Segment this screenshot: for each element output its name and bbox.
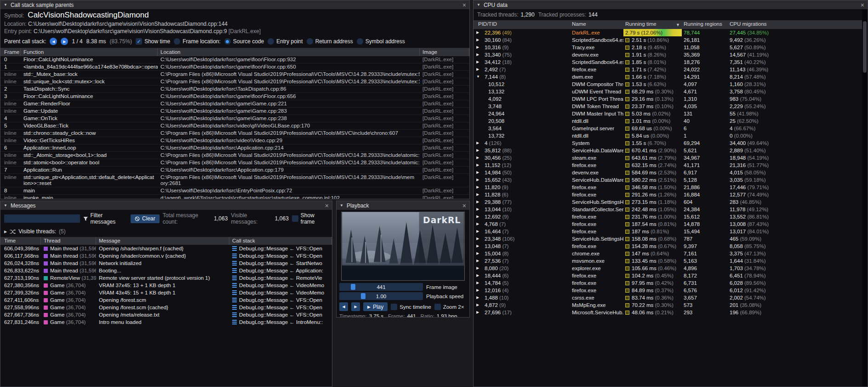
show-frame-checkbox[interactable]: Show frame xyxy=(292,212,328,225)
collapse-icon[interactable]: ▼ xyxy=(477,3,480,7)
expand-icon[interactable]: ▶ xyxy=(476,147,483,154)
callstack-frame-row[interactable]: inline std::unique_ptr<Application,std::… xyxy=(0,174,469,187)
cpu-process-row[interactable]: 4,092 DWM LPC Port Thread 29.16 ms (0.13… xyxy=(474,95,862,103)
next-parent-button[interactable]: ▶ xyxy=(61,38,68,45)
close-icon[interactable]: × xyxy=(861,2,864,8)
messages-titlebar[interactable]: ▼ Messages × xyxy=(0,201,332,210)
expand-icon[interactable]: ▶ xyxy=(476,44,483,51)
message-row[interactable]: 627,831,246ns Game (36,704) Intro menu l… xyxy=(0,318,332,326)
expand-icon[interactable]: ▶ xyxy=(476,191,483,198)
callstack-frame-row[interactable]: inline Video::GetTicksHiRes C:\Users\wol… xyxy=(0,137,469,144)
step-forward-button[interactable]: ▶ xyxy=(351,302,360,311)
callstack-frame-row[interactable]: 5 VideoGLBase::Tick C:\Users\wolf\Deskto… xyxy=(0,122,469,130)
expand-icon[interactable]: ▶ xyxy=(476,220,483,228)
collapse-icon[interactable]: ▼ xyxy=(340,203,343,208)
message-callstack[interactable]: DebugLog::Message ← VFS::Open xyxy=(229,252,332,260)
cpu-process-row[interactable]: 10,512 DWM Compositor Thread 1.53 s (6.6… xyxy=(474,81,862,88)
cpu-process-row[interactable]: ▶ 18,444 (6) firefox.exe 104.2 ms (0.45%… xyxy=(474,272,862,279)
cpu-process-row[interactable]: ▶ 34,412 (18) ScriptedSandbox64.exe 1.85… xyxy=(474,58,862,66)
expand-icon[interactable]: ▶ xyxy=(476,309,483,316)
cpu-titlebar[interactable]: ▼ CPU data × xyxy=(474,0,868,9)
close-icon[interactable]: × xyxy=(463,202,466,209)
message-row[interactable]: 627,380,356ns Game (36,704) VRAM 37x45: … xyxy=(0,282,332,289)
expand-icon[interactable]: ▶ xyxy=(476,213,483,220)
expand-icon[interactable]: ▶ xyxy=(476,154,483,162)
cpu-process-row[interactable]: ▶ 11,152 (12) firefox.exe 632.15 ms (2.7… xyxy=(474,162,862,169)
message-callstack[interactable]: DebugLog::Message ← VideoMemo xyxy=(229,289,332,296)
expand-icon[interactable]: ▶ xyxy=(476,301,483,309)
cpu-process-row[interactable]: ▶ 27,696 (17) Microsoft.ServiceHub.Co 48… xyxy=(474,309,862,316)
expand-icon[interactable]: ▶ xyxy=(476,58,483,66)
scrollbar-thumb[interactable] xyxy=(863,21,867,73)
expand-icon[interactable]: ▶ xyxy=(476,29,483,36)
message-row[interactable]: 627,411,606ns Game (36,704) Opening /for… xyxy=(0,296,332,304)
cpu-process-row[interactable]: ▶ 8,080 (20) explorer.exe 105.66 ms (0.4… xyxy=(474,265,862,272)
column-header-running-time[interactable]: ▼ Running time xyxy=(623,20,682,29)
column-header-cpu-migrations[interactable]: CPU migrations xyxy=(728,20,862,29)
column-header-pid-tid[interactable]: PID/TID xyxy=(476,20,570,29)
callstack-frame-row[interactable]: inline std::_Mutex_base::lock C:\Program… xyxy=(0,71,469,78)
callstack-frame-row[interactable]: 2 TaskDispatch::Sync C:\Users\wolf\Deskt… xyxy=(0,86,469,93)
message-callstack[interactable]: DebugLog::Message ← VFS::Open xyxy=(229,296,332,304)
cpu-process-row[interactable]: ▶ 29,388 (77) ServiceHub.SettingsHost 27… xyxy=(474,198,862,206)
cpu-process-row[interactable]: 24,964 DWM Master Input Threa 5.03 ms (0… xyxy=(474,110,862,117)
visible-threads-toggle[interactable]: ▶ Visible threads: (5) xyxy=(0,227,332,237)
expand-icon[interactable]: ▶ xyxy=(476,257,483,265)
cpu-process-row[interactable]: ▼ 7,144 (8) dwm.exe 1.66 s (7.18%) 14,29… xyxy=(474,73,862,81)
cpu-process-row[interactable]: ▶ 4,872 (9) MsMpEng.exe 70.22 ms (0.30%)… xyxy=(474,301,862,309)
cpu-process-row[interactable]: ▶ 2,492 (7) firefox.exe 1.71 s (7.42%) 2… xyxy=(474,66,862,73)
cpu-process-row[interactable]: 13,132 uDWM Event Thread 68.29 ms (0.30%… xyxy=(474,88,862,95)
callstack-frame-row[interactable]: 7 Application::Run C:\Users\wolf\Desktop… xyxy=(0,167,469,174)
cpu-process-row[interactable]: ▶ 10,316 (9) Tracy.exe 2.18 s (9.45%) 11… xyxy=(474,44,862,51)
callstack-frame-row[interactable]: inline std::atomic<bool>::operator bool … xyxy=(0,159,469,167)
cpu-process-row[interactable]: 3,564 GameInput server 69.68 us (0.00%) … xyxy=(474,125,862,132)
expand-icon[interactable]: ▶ xyxy=(476,51,483,58)
callstack-frame-row[interactable]: 6 Application::InnerLoop C:\Users\wolf\D… xyxy=(0,144,469,152)
cpu-process-row[interactable]: 3,748 DWM Token Thread 23.37 ms (0.10%) … xyxy=(474,103,862,110)
zoom-2x-checkbox[interactable]: Zoom 2× xyxy=(434,304,464,310)
callstack-frame-row[interactable]: inline std::chrono::steady_clock::now C:… xyxy=(0,130,469,137)
callstack-frame-row[interactable]: 8 main C:\Users\wolf\Desktop\darkrl\src\… xyxy=(0,187,469,195)
message-callstack[interactable]: DebugLog::Message ← VideoMemo xyxy=(229,282,332,289)
callstack-titlebar[interactable]: ▼ Call stack sample parents × xyxy=(0,0,469,9)
expand-icon[interactable]: ▶ xyxy=(476,287,483,294)
message-callstack[interactable]: DebugLog::Message ← Application: xyxy=(229,267,332,274)
expand-icon[interactable]: ▶ xyxy=(476,198,483,206)
collapse-icon[interactable]: ▼ xyxy=(4,203,7,208)
callstack-frame-row[interactable]: 1 <lambda_84a19dc444fae966ca174e83e708bd… xyxy=(0,64,469,71)
cpu-process-row[interactable]: ▶ 30,160 (84) ScriptedSandbox64.exe 2.51… xyxy=(474,36,862,44)
message-callstack[interactable]: DebugLog::Message ← RemoteVie xyxy=(229,274,332,282)
frame-location-radio[interactable]: Source code xyxy=(224,38,264,45)
close-icon[interactable]: × xyxy=(463,2,466,8)
message-row[interactable]: 606,049,398ns Main thread (31,596) Openi… xyxy=(0,245,332,252)
prev-parent-button[interactable]: ◀ xyxy=(50,38,57,45)
message-callstack[interactable]: DebugLog::Message ← StartNetwo xyxy=(229,260,332,267)
expand-icon[interactable]: ▶ xyxy=(476,36,483,44)
sync-timeline-checkbox[interactable]: Sync timeline xyxy=(391,304,431,310)
cpu-process-row[interactable]: ▶ 1,488 (10) csrss.exe 83.74 ms (0.36%) … xyxy=(474,294,862,301)
expand-icon[interactable]: ▶ xyxy=(476,243,483,250)
close-icon[interactable]: × xyxy=(325,202,329,209)
cpu-process-row[interactable]: ▶ 16,464 (7) firefox.exe 187 ms (0.81%) … xyxy=(474,228,862,235)
expand-icon[interactable]: ▶ xyxy=(476,250,483,257)
message-row[interactable]: 626,024,328ns Main thread (31,596) Netwo… xyxy=(0,260,332,267)
cpu-process-row[interactable]: ▶ 30,456 (25) steam.exe 643.61 ms (2.79%… xyxy=(474,154,862,162)
cpu-process-row[interactable]: ▶ 4 (126) System 1.55 s (6.70%) 69,294 3… xyxy=(474,139,862,147)
callstack-frame-row[interactable]: inline Game::RenderFloor C:\Users\wolf\D… xyxy=(0,100,469,108)
message-filter-input[interactable] xyxy=(4,214,80,223)
playback-speed-slider[interactable]: 1.00 xyxy=(339,292,423,300)
message-row[interactable]: 627,558,996ns Game (36,704) Opening /for… xyxy=(0,304,332,311)
show-time-checkbox[interactable]: ✓ Show time xyxy=(136,38,170,45)
expand-icon[interactable]: ▶ xyxy=(476,235,483,243)
callstack-frame-row[interactable]: 3 Floor::CalcLightNoLuminance C:\Users\w… xyxy=(0,93,469,100)
callstack-frame-row[interactable]: inline Game::Update C:\Users\wolf\Deskto… xyxy=(0,108,469,115)
cpu-process-row[interactable]: ▶ 12,692 (9) firefox.exe 231.76 ms (1.00… xyxy=(474,213,862,220)
message-callstack[interactable]: DebugLog::Message ← IntroMenu:: xyxy=(229,318,332,326)
expand-icon[interactable]: ▶ xyxy=(476,206,483,213)
expand-icon[interactable]: ▶ xyxy=(4,230,7,234)
expand-icon[interactable]: ▶ xyxy=(476,272,483,279)
callstack-frame-row[interactable]: 4 Game::OnTick C:\Users\wolf\Desktop\dar… xyxy=(0,115,469,122)
message-row[interactable]: 627,313,190ns RemoteView (31,392) Remote… xyxy=(0,274,332,282)
message-callstack[interactable]: DebugLog::Message ← VFS::Open xyxy=(229,311,332,318)
playback-titlebar[interactable]: ▼ Playback × xyxy=(337,201,469,210)
